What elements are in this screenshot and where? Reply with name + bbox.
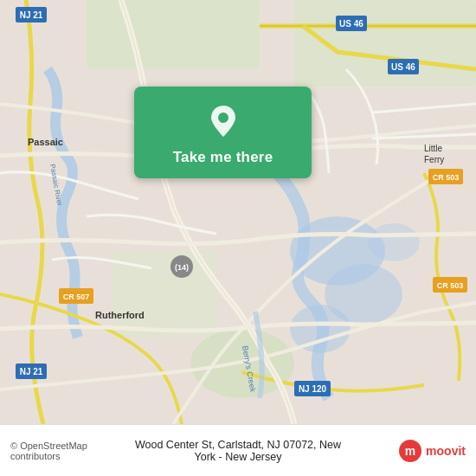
svg-text:(14): (14) — [175, 263, 189, 272]
svg-text:NJ 21: NJ 21 — [20, 10, 43, 20]
svg-text:CR 507: CR 507 — [63, 293, 90, 301]
moovit-logo: m moovit — [352, 439, 466, 463]
moovit-brand-icon: m — [398, 439, 422, 463]
svg-text:CR 503: CR 503 — [437, 281, 464, 290]
svg-point-4 — [368, 223, 420, 261]
svg-text:Rutherford: Rutherford — [95, 310, 145, 320]
svg-text:NJ 21: NJ 21 — [20, 367, 43, 376]
svg-point-33 — [218, 113, 228, 123]
svg-text:US 46: US 46 — [339, 19, 363, 29]
svg-rect-6 — [294, 0, 476, 87]
bottom-bar: © OpenStreetMap contributors Wood Center… — [0, 424, 476, 476]
svg-text:Little: Little — [424, 144, 443, 153]
svg-text:m: m — [405, 444, 415, 458]
svg-text:Passaic: Passaic — [28, 137, 63, 147]
map-container: US 46 US 46 NJ 21 NJ 21 NJ 120 CR 507 CR… — [0, 0, 476, 424]
moovit-text: moovit — [426, 444, 466, 458]
svg-text:NJ 120: NJ 120 — [299, 384, 327, 394]
address-text: Wood Center St, Carlstadt, NJ 07072, New… — [125, 439, 352, 463]
svg-rect-5 — [87, 0, 260, 69]
location-pin-icon — [204, 102, 242, 140]
svg-text:CR 503: CR 503 — [433, 173, 460, 182]
svg-text:US 46: US 46 — [391, 62, 415, 72]
map-svg: US 46 US 46 NJ 21 NJ 21 NJ 120 CR 507 CR… — [0, 0, 476, 424]
location-card[interactable]: Take me there — [134, 87, 312, 178]
osm-copyright: © OpenStreetMap contributors — [10, 441, 125, 461]
take-me-there-label: Take me there — [173, 149, 273, 166]
svg-text:Ferry: Ferry — [424, 155, 444, 164]
